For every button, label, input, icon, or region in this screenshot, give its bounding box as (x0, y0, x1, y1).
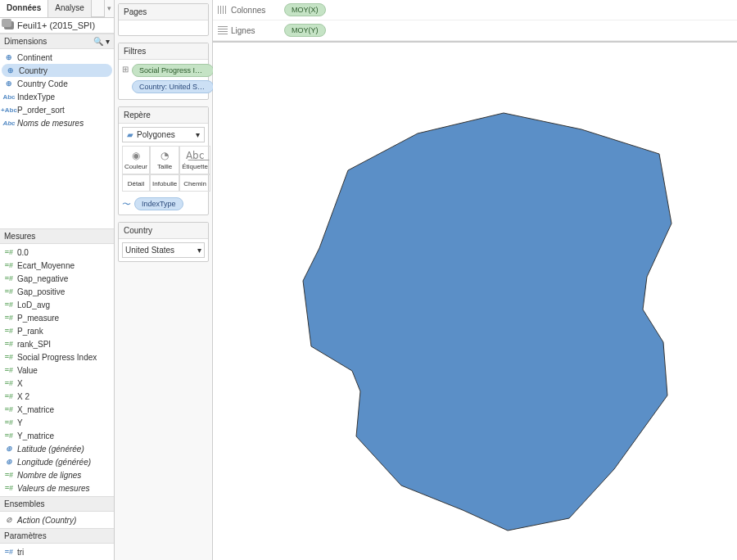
field-item[interactable]: AbcNoms de mesures (0, 116, 114, 129)
field-item[interactable]: +AbcP_order_sort (0, 103, 114, 116)
field-label: Ecart_Moyenne (17, 261, 75, 270)
columns-pill[interactable]: MOY(X) (284, 3, 326, 16)
number-icon: =# (4, 378, 14, 388)
field-item[interactable]: =#Y_matrice (0, 429, 114, 442)
dimensions-header: Dimensions 🔍 ▾ (0, 34, 114, 49)
field-item[interactable]: =#rank_SPI (0, 337, 114, 350)
field-item[interactable]: =#tri (0, 545, 114, 558)
field-item[interactable]: =#X_matrice (0, 403, 114, 416)
datasource-selector[interactable]: Feuil1+ (2015_SPI) (0, 18, 114, 34)
ensembles-list: ⊘Action (Country) (0, 512, 114, 528)
globe-icon: ⊕ (4, 444, 14, 454)
mark-label: Chemin (183, 180, 206, 187)
field-label: Nombre de lignes (17, 471, 81, 480)
field-label: 0.0 (17, 248, 29, 257)
mark-label: Taille (157, 163, 172, 170)
field-item[interactable]: ⊕Longitude (générée) (0, 455, 114, 468)
indextype-pill[interactable]: IndexType (134, 197, 183, 210)
tab-dropdown-icon[interactable]: ▾ (104, 0, 114, 17)
datasource-icon (4, 21, 14, 29)
mark-button-couleur[interactable]: ◉Couleur (122, 146, 150, 174)
visualization-canvas[interactable] (213, 42, 737, 560)
field-item[interactable]: =#Nombre de lignes (0, 468, 114, 481)
number-icon: =# (4, 547, 14, 557)
filter-pill[interactable]: Social Progress Index (132, 64, 214, 77)
field-label: Y_matrice (17, 431, 54, 440)
number-icon: =# (4, 365, 14, 375)
columns-shelf-label: Colonnes (218, 6, 275, 15)
field-item[interactable]: =#LoD_avg (0, 298, 114, 311)
abc-icon: Abc (4, 118, 14, 128)
field-label: Y (17, 418, 23, 427)
field-item[interactable]: ⊕Country Code (0, 77, 114, 90)
number-icon: =# (4, 483, 14, 493)
field-item[interactable]: =#Y (0, 416, 114, 429)
field-label: Gap_negative (17, 274, 68, 283)
field-item[interactable]: ⊘Action (Country) (0, 513, 114, 526)
field-label: X (17, 379, 23, 388)
field-item[interactable]: =#P_measure (0, 311, 114, 324)
number-icon: =# (4, 404, 14, 414)
rows-icon (218, 26, 228, 34)
field-item[interactable]: ⊕Latitude (générée) (0, 442, 114, 455)
pages-header: Pages (119, 4, 208, 20)
mark-label: Couleur (124, 163, 147, 170)
mark-button-chemin[interactable]: Chemin (179, 174, 210, 192)
mark-icon: ◉ (132, 150, 140, 161)
field-label: P_measure (17, 314, 59, 323)
field-item[interactable]: =#P_rank (0, 324, 114, 337)
field-label: Valeurs de mesures (17, 484, 90, 493)
polygon-mark[interactable] (303, 113, 671, 531)
globe-icon: ⊕ (4, 52, 14, 62)
field-item[interactable]: AbcIndexType (0, 90, 114, 103)
ensembles-header: Ensembles (0, 496, 114, 512)
path-line-icon: 〜 (122, 198, 131, 210)
field-label: tri (17, 548, 24, 557)
datasource-name: Feuil1+ (2015_SPI) (17, 20, 95, 30)
search-icon[interactable]: 🔍 ▾ (93, 37, 110, 46)
field-item[interactable]: =#Ecart_Moyenne (0, 259, 114, 272)
field-item[interactable]: =#Gap_negative (0, 272, 114, 285)
country-select[interactable]: United States ▾ (122, 242, 205, 258)
chevron-down-icon: ▾ (197, 246, 201, 255)
field-item[interactable]: =#Valeurs de mesures (0, 481, 114, 495)
field-item[interactable]: =#X (0, 377, 114, 390)
abc-icon: +Abc (4, 105, 14, 115)
field-label: Gap_positive (17, 287, 65, 296)
field-item[interactable]: =#0.0 (0, 246, 114, 259)
field-item[interactable]: =#Gap_positive (0, 285, 114, 298)
field-item[interactable]: =#X 2 (0, 390, 114, 403)
mark-icon: ◔ (161, 150, 169, 161)
field-label: Value (17, 366, 38, 375)
filter-prefix-icon: ⊞ (122, 65, 129, 74)
number-icon: =# (4, 352, 14, 362)
number-icon: =# (4, 391, 14, 401)
filter-pill[interactable]: Country: United Stat.. (132, 80, 214, 93)
number-icon: =# (4, 300, 14, 309)
number-icon: =# (4, 431, 14, 440)
chevron-down-icon: ▾ (196, 130, 200, 139)
globe-icon: ⊕ (4, 79, 14, 88)
tab-data[interactable]: Données (0, 0, 48, 17)
filtres-shelf[interactable]: ⊞Social Progress IndexCountry: United St… (119, 60, 208, 99)
marks-type-select[interactable]: ▰ Polygones ▾ (122, 127, 205, 142)
field-label: rank_SPI (17, 340, 51, 349)
field-item[interactable]: =#Value (0, 364, 114, 377)
rows-pill[interactable]: MOY(Y) (284, 24, 326, 37)
columns-icon (218, 6, 228, 14)
tab-analysis[interactable]: Analyse (48, 0, 92, 17)
pages-shelf[interactable] (119, 20, 208, 35)
mark-button-étiquette[interactable]: A͟b͟c͟Étiquette (179, 146, 210, 174)
field-label: Country Code (17, 79, 68, 88)
field-item[interactable]: ⊕Country (2, 64, 112, 77)
field-label: X_matrice (17, 405, 54, 414)
field-item[interactable]: =#Social Progress Index (0, 350, 114, 364)
mark-button-taille[interactable]: ◔Taille (150, 146, 179, 174)
mark-button-détail[interactable]: Détail (122, 174, 150, 192)
number-icon: =# (4, 326, 14, 336)
field-item[interactable]: ⊕Continent (0, 51, 114, 64)
polygon-icon: ▰ (127, 130, 133, 139)
mark-button-infobulle[interactable]: Infobulle (150, 174, 179, 192)
field-label: LoD_avg (17, 300, 50, 309)
field-label: Longitude (générée) (17, 458, 91, 467)
